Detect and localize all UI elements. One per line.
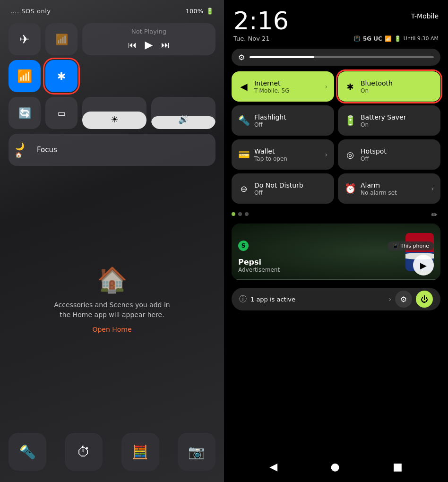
android-battery-tile[interactable]: 🔋 Battery Saver On bbox=[338, 105, 440, 136]
ios-media-label: Not Playing bbox=[131, 28, 166, 35]
android-media-info: Pepsi Advertisement ▶ bbox=[232, 253, 440, 280]
android-nav-bar: ◀ ● ■ bbox=[224, 456, 448, 482]
android-back-button[interactable]: ◀ bbox=[269, 461, 277, 473]
android-bluetooth-tile[interactable]: ✱ Bluetooth On bbox=[338, 71, 440, 102]
ios-rewind-icon[interactable]: ⏮ bbox=[128, 40, 137, 50]
ios-toggle-row2: 📶 ✱ bbox=[9, 60, 78, 92]
android-gear-icon: ⚙ bbox=[400, 295, 407, 304]
android-alarm-tile[interactable]: ⏰ Alarm No alarm set › bbox=[338, 173, 440, 204]
android-flashlight-tile[interactable]: 🔦 Flashlight Off bbox=[232, 105, 334, 136]
android-active-app-text: 1 app is active bbox=[250, 296, 385, 303]
android-play-icon: ▶ bbox=[420, 260, 427, 270]
ios-calculator-tile[interactable]: 🧮 bbox=[121, 433, 159, 471]
android-internet-arrow: › bbox=[325, 83, 327, 90]
ios-fastforward-icon[interactable]: ⏭ bbox=[161, 40, 170, 50]
android-edit-icon[interactable]: ✏ bbox=[431, 210, 438, 219]
android-dot-3[interactable] bbox=[245, 212, 249, 216]
android-dot-1[interactable] bbox=[232, 212, 235, 216]
ios-cellular-tile[interactable]: 📶 bbox=[45, 23, 78, 55]
android-play-button[interactable]: ▶ bbox=[413, 255, 434, 275]
ios-camera-icon: 📷 bbox=[188, 444, 205, 460]
ios-airplane-tile[interactable]: ✈ bbox=[9, 23, 41, 55]
ios-timer-tile[interactable]: ⏱ bbox=[65, 433, 103, 471]
android-hotspot-icon: ◎ bbox=[345, 150, 356, 160]
android-recents-button[interactable]: ■ bbox=[393, 461, 403, 473]
android-internet-subtitle: T-Mobile, 5G bbox=[254, 87, 289, 94]
android-alarm-text: Alarm No alarm set bbox=[361, 181, 397, 196]
android-active-arrow: › bbox=[388, 295, 391, 303]
ios-wifi-icon: 📶 bbox=[17, 69, 32, 83]
android-dots-row: ✏ bbox=[224, 207, 448, 220]
ios-volume-slider[interactable]: 🔊 bbox=[151, 97, 215, 129]
ios-mirror-tile[interactable]: ▭ bbox=[45, 97, 78, 129]
ios-camera-tile[interactable]: 📷 bbox=[178, 433, 215, 471]
android-date-row: Tue, Nov 21 📳 5G UC 📶 🔋 Until 9:30 AM bbox=[224, 35, 448, 46]
android-internet-tile[interactable]: ◀ Internet T-Mobile, 5G › bbox=[232, 71, 334, 102]
ios-status-bar: .... SOS only 100% 🔋 bbox=[0, 0, 224, 18]
android-active-app-bar[interactable]: ⓘ 1 app is active › ⚙ ⏻ bbox=[232, 288, 440, 310]
ios-brightness-slider[interactable]: ☀ bbox=[82, 97, 146, 129]
android-bluetooth-icon: ✱ bbox=[345, 82, 356, 92]
ios-bottom-row: 🔦 ⏱ 🧮 📷 bbox=[0, 428, 224, 482]
ios-home-text: Accessories and Scenes you add in the Ho… bbox=[51, 300, 173, 320]
android-flashlight-title: Flashlight bbox=[254, 113, 286, 121]
android-dnd-title: Do Not Disturb bbox=[254, 181, 303, 189]
android-wallet-arrow: › bbox=[325, 151, 327, 158]
ios-play-icon[interactable]: ▶ bbox=[145, 39, 153, 51]
ios-row2: 🔄 ▭ ☀ 🔊 bbox=[9, 97, 215, 129]
android-hotspot-subtitle: Off bbox=[361, 155, 387, 162]
android-until-text: Until 9:30 AM bbox=[404, 35, 439, 42]
android-dnd-tile[interactable]: ⊖ Do Not Disturb Off bbox=[232, 173, 334, 204]
android-power-button[interactable]: ⏻ bbox=[416, 291, 433, 308]
android-vibrate-icon: 📳 bbox=[353, 35, 361, 42]
ios-status-right: 100% 🔋 bbox=[186, 8, 214, 15]
android-time: 2:16 bbox=[233, 9, 289, 33]
android-tiles-grid: ◀ Internet T-Mobile, 5G › ✱ Bluetooth On… bbox=[224, 69, 448, 207]
ios-bluetooth-icon: ✱ bbox=[57, 70, 66, 82]
ios-focus-tile[interactable]: 🌙 🏠 Focus bbox=[9, 134, 215, 166]
android-wallet-icon: 💳 bbox=[238, 149, 250, 160]
android-panel: 2:16 T-Mobile Tue, Nov 21 📳 5G UC 📶 🔋 Un… bbox=[224, 0, 448, 482]
android-dnd-text: Do Not Disturb Off bbox=[254, 181, 303, 196]
ios-panel: .... SOS only 100% 🔋 ✈ 📶 📶 bbox=[0, 0, 224, 482]
android-wallet-tile[interactable]: 💳 Wallet Tap to open › bbox=[232, 139, 334, 170]
android-brightness-bar[interactable]: ⚙ bbox=[232, 49, 440, 66]
ios-open-home-link[interactable]: Open Home bbox=[92, 326, 131, 333]
ios-flashlight-tile[interactable]: 🔦 bbox=[9, 433, 46, 471]
android-home-button[interactable]: ● bbox=[330, 461, 339, 473]
android-hotspot-text: Hotspot Off bbox=[361, 147, 387, 162]
ios-wifi-tile[interactable]: 📶 bbox=[9, 60, 41, 92]
ios-media-tile[interactable]: Not Playing ⏮ ▶ ⏭ bbox=[82, 23, 215, 55]
android-dot-2[interactable] bbox=[238, 212, 242, 216]
ios-cellular-icon: 📶 bbox=[55, 34, 68, 45]
android-carrier: T-Mobile bbox=[411, 12, 439, 20]
android-status-bar: 2:16 T-Mobile bbox=[224, 0, 448, 35]
android-alarm-subtitle: No alarm set bbox=[361, 189, 397, 196]
android-flashlight-icon: 🔦 bbox=[238, 115, 250, 126]
android-page-dots bbox=[232, 208, 249, 218]
ios-rotation-tile[interactable]: 🔄 bbox=[9, 97, 41, 129]
android-battery-saver-icon: 🔋 bbox=[345, 115, 356, 126]
ios-top-row: ✈ 📶 📶 ✱ Not Playi bbox=[9, 23, 215, 92]
android-brightness-fill bbox=[250, 56, 314, 58]
ios-battery-icon: 🔋 bbox=[206, 8, 214, 15]
android-wallet-text: Wallet Tap to open bbox=[254, 147, 287, 162]
ios-bluetooth-tile[interactable]: ✱ bbox=[45, 60, 78, 92]
android-settings-button[interactable]: ⚙ bbox=[395, 291, 412, 308]
android-hotspot-tile[interactable]: ◎ Hotspot Off bbox=[338, 139, 440, 170]
android-media-card[interactable]: S 📱 This phone Pepsi Advertisement ▶ bbox=[232, 224, 440, 280]
ios-home-section: 🏠 Accessories and Scenes you add in the … bbox=[0, 171, 224, 428]
android-bluetooth-text: Bluetooth On bbox=[361, 79, 393, 94]
android-brightness-track[interactable] bbox=[250, 56, 434, 58]
android-media-text: Pepsi Advertisement bbox=[238, 258, 280, 273]
ios-media-center: Not Playing bbox=[131, 28, 166, 35]
android-dnd-icon: ⊖ bbox=[238, 184, 250, 194]
android-media-song: Pepsi bbox=[238, 258, 280, 267]
ios-airplane-icon: ✈ bbox=[19, 32, 30, 46]
ios-brightness-icon: ☀ bbox=[111, 114, 118, 124]
ios-mirror-icon: ▭ bbox=[57, 108, 65, 118]
android-alarm-arrow: › bbox=[431, 185, 434, 192]
ios-focus-label: Focus bbox=[37, 146, 57, 154]
android-flashlight-text: Flashlight Off bbox=[254, 113, 286, 128]
android-bluetooth-subtitle: On bbox=[361, 87, 393, 94]
